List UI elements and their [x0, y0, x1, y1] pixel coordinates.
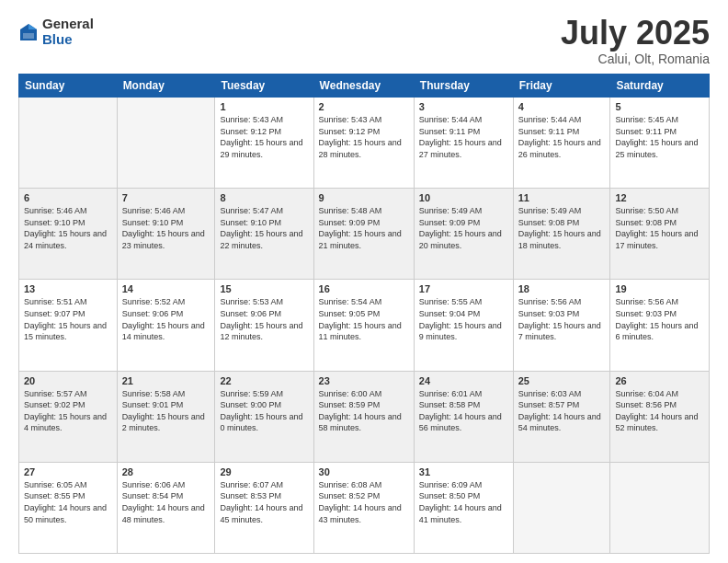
calendar-cell: 27Sunrise: 6:05 AMSunset: 8:55 PMDayligh…	[19, 462, 118, 553]
calendar-cell: 29Sunrise: 6:07 AMSunset: 8:53 PMDayligh…	[215, 462, 313, 553]
day-number: 1	[220, 101, 308, 112]
calendar-week-row: 13Sunrise: 5:51 AMSunset: 9:07 PMDayligh…	[19, 280, 710, 371]
day-number: 20	[24, 375, 112, 386]
calendar-cell: 31Sunrise: 6:09 AMSunset: 8:50 PMDayligh…	[414, 462, 513, 553]
day-number: 19	[615, 283, 704, 294]
day-number: 2	[319, 101, 409, 112]
day-info: Sunrise: 5:48 AMSunset: 9:09 PMDaylight:…	[319, 205, 409, 251]
calendar-cell	[610, 462, 710, 553]
day-number: 22	[220, 375, 308, 386]
day-number: 23	[319, 375, 409, 386]
day-number: 7	[122, 192, 210, 203]
day-number: 13	[24, 283, 112, 294]
logo-text: General Blue	[42, 17, 94, 47]
day-number: 12	[615, 192, 704, 203]
day-info: Sunrise: 5:51 AMSunset: 9:07 PMDaylight:…	[24, 296, 112, 342]
day-number: 4	[518, 101, 606, 112]
calendar-cell: 11Sunrise: 5:49 AMSunset: 9:08 PMDayligh…	[513, 189, 610, 280]
day-info: Sunrise: 6:09 AMSunset: 8:50 PMDaylight:…	[419, 479, 508, 525]
day-number: 29	[220, 466, 308, 477]
day-info: Sunrise: 5:43 AMSunset: 9:12 PMDaylight:…	[319, 114, 409, 160]
calendar-cell: 3Sunrise: 5:44 AMSunset: 9:11 PMDaylight…	[414, 98, 513, 189]
day-header-thursday: Thursday	[414, 75, 513, 98]
day-header-saturday: Saturday	[610, 75, 710, 98]
day-info: Sunrise: 6:08 AMSunset: 8:52 PMDaylight:…	[319, 479, 409, 525]
day-number: 15	[220, 283, 308, 294]
calendar-cell: 15Sunrise: 5:53 AMSunset: 9:06 PMDayligh…	[215, 280, 313, 371]
calendar-cell	[19, 98, 118, 189]
day-number: 24	[419, 375, 508, 386]
calendar-cell: 10Sunrise: 5:49 AMSunset: 9:09 PMDayligh…	[414, 189, 513, 280]
day-info: Sunrise: 5:49 AMSunset: 9:08 PMDaylight:…	[518, 205, 606, 251]
logo: General Blue	[18, 17, 94, 47]
day-number: 11	[518, 192, 606, 203]
calendar-cell: 21Sunrise: 5:58 AMSunset: 9:01 PMDayligh…	[117, 371, 215, 462]
day-number: 14	[122, 283, 210, 294]
day-number: 6	[24, 192, 112, 203]
calendar-cell: 28Sunrise: 6:06 AMSunset: 8:54 PMDayligh…	[117, 462, 215, 553]
day-info: Sunrise: 5:43 AMSunset: 9:12 PMDaylight:…	[220, 114, 308, 160]
calendar-cell: 23Sunrise: 6:00 AMSunset: 8:59 PMDayligh…	[313, 371, 414, 462]
calendar-week-row: 20Sunrise: 5:57 AMSunset: 9:02 PMDayligh…	[19, 371, 710, 462]
day-number: 5	[615, 101, 704, 112]
day-number: 17	[419, 283, 508, 294]
day-number: 25	[518, 375, 606, 386]
day-info: Sunrise: 5:44 AMSunset: 9:11 PMDaylight:…	[518, 114, 606, 160]
day-number: 30	[319, 466, 409, 477]
calendar-cell: 24Sunrise: 6:01 AMSunset: 8:58 PMDayligh…	[414, 371, 513, 462]
calendar-cell: 13Sunrise: 5:51 AMSunset: 9:07 PMDayligh…	[19, 280, 118, 371]
calendar-week-row: 27Sunrise: 6:05 AMSunset: 8:55 PMDayligh…	[19, 462, 710, 553]
day-info: Sunrise: 5:55 AMSunset: 9:04 PMDaylight:…	[419, 296, 508, 342]
calendar-cell	[513, 462, 610, 553]
calendar-cell: 30Sunrise: 6:08 AMSunset: 8:52 PMDayligh…	[313, 462, 414, 553]
day-info: Sunrise: 5:44 AMSunset: 9:11 PMDaylight:…	[419, 114, 508, 160]
calendar-cell: 12Sunrise: 5:50 AMSunset: 9:08 PMDayligh…	[610, 189, 710, 280]
day-header-wednesday: Wednesday	[313, 75, 414, 98]
calendar-table: SundayMondayTuesdayWednesdayThursdayFrid…	[18, 74, 710, 554]
day-info: Sunrise: 6:03 AMSunset: 8:57 PMDaylight:…	[518, 388, 606, 434]
calendar-cell: 17Sunrise: 5:55 AMSunset: 9:04 PMDayligh…	[414, 280, 513, 371]
day-info: Sunrise: 5:57 AMSunset: 9:02 PMDaylight:…	[24, 388, 112, 434]
svg-marker-1	[28, 24, 37, 29]
day-info: Sunrise: 6:01 AMSunset: 8:58 PMDaylight:…	[419, 388, 508, 434]
calendar-cell: 7Sunrise: 5:46 AMSunset: 9:10 PMDaylight…	[117, 189, 215, 280]
day-info: Sunrise: 6:00 AMSunset: 8:59 PMDaylight:…	[319, 388, 409, 434]
day-header-tuesday: Tuesday	[215, 75, 313, 98]
day-info: Sunrise: 5:54 AMSunset: 9:05 PMDaylight:…	[319, 296, 409, 342]
day-number: 31	[419, 466, 508, 477]
calendar-cell: 1Sunrise: 5:43 AMSunset: 9:12 PMDaylight…	[215, 98, 313, 189]
page: General Blue July 2025 Calui, Olt, Roman…	[0, 0, 728, 563]
day-info: Sunrise: 6:06 AMSunset: 8:54 PMDaylight:…	[122, 479, 210, 525]
calendar-cell: 18Sunrise: 5:56 AMSunset: 9:03 PMDayligh…	[513, 280, 610, 371]
calendar-cell: 8Sunrise: 5:47 AMSunset: 9:10 PMDaylight…	[215, 189, 313, 280]
location: Calui, Olt, Romania	[561, 52, 710, 66]
logo-blue-text: Blue	[42, 32, 94, 48]
day-info: Sunrise: 6:04 AMSunset: 8:56 PMDaylight:…	[615, 388, 704, 434]
day-number: 10	[419, 192, 508, 203]
day-info: Sunrise: 5:56 AMSunset: 9:03 PMDaylight:…	[518, 296, 606, 342]
calendar-cell: 26Sunrise: 6:04 AMSunset: 8:56 PMDayligh…	[610, 371, 710, 462]
day-number: 27	[24, 466, 112, 477]
logo-general-text: General	[42, 17, 94, 32]
month-title: July 2025	[561, 17, 710, 50]
calendar-cell: 25Sunrise: 6:03 AMSunset: 8:57 PMDayligh…	[513, 371, 610, 462]
calendar-cell: 19Sunrise: 5:56 AMSunset: 9:03 PMDayligh…	[610, 280, 710, 371]
day-info: Sunrise: 6:05 AMSunset: 8:55 PMDaylight:…	[24, 479, 112, 525]
day-info: Sunrise: 5:46 AMSunset: 9:10 PMDaylight:…	[122, 205, 210, 251]
calendar-header-row: SundayMondayTuesdayWednesdayThursdayFrid…	[19, 75, 710, 98]
calendar-cell: 16Sunrise: 5:54 AMSunset: 9:05 PMDayligh…	[313, 280, 414, 371]
day-number: 28	[122, 466, 210, 477]
day-number: 8	[220, 192, 308, 203]
day-info: Sunrise: 5:58 AMSunset: 9:01 PMDaylight:…	[122, 388, 210, 434]
day-number: 26	[615, 375, 704, 386]
header: General Blue July 2025 Calui, Olt, Roman…	[18, 17, 710, 66]
calendar-cell: 2Sunrise: 5:43 AMSunset: 9:12 PMDaylight…	[313, 98, 414, 189]
day-info: Sunrise: 5:45 AMSunset: 9:11 PMDaylight:…	[615, 114, 704, 160]
calendar-week-row: 1Sunrise: 5:43 AMSunset: 9:12 PMDaylight…	[19, 98, 710, 189]
calendar-cell: 22Sunrise: 5:59 AMSunset: 9:00 PMDayligh…	[215, 371, 313, 462]
day-number: 9	[319, 192, 409, 203]
calendar-cell: 6Sunrise: 5:46 AMSunset: 9:10 PMDaylight…	[19, 189, 118, 280]
day-info: Sunrise: 5:47 AMSunset: 9:10 PMDaylight:…	[220, 205, 308, 251]
day-info: Sunrise: 6:07 AMSunset: 8:53 PMDaylight:…	[220, 479, 308, 525]
day-info: Sunrise: 5:53 AMSunset: 9:06 PMDaylight:…	[220, 296, 308, 342]
